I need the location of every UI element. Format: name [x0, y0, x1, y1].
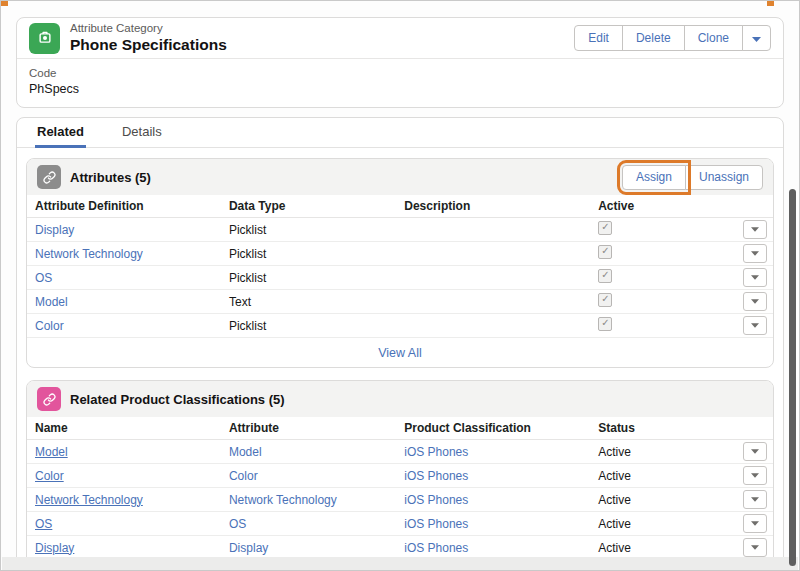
status-value: Active: [598, 469, 631, 483]
status-value: Active: [598, 445, 631, 459]
classification-name-link[interactable]: Model: [35, 445, 68, 459]
row-actions-menu-button[interactable]: [743, 514, 767, 533]
product-classification-link[interactable]: iOS Phones: [404, 541, 468, 555]
table-row: Network Technology Picklist: [27, 242, 773, 266]
product-classification-link[interactable]: iOS Phones: [404, 493, 468, 507]
attribute-definition-link[interactable]: OS: [35, 271, 52, 285]
active-checkbox: [598, 293, 612, 307]
column-header: Description: [396, 195, 590, 218]
table-row: OS Picklist: [27, 266, 773, 290]
data-type-value: Picklist: [229, 223, 266, 237]
column-header: Attribute Definition: [27, 195, 221, 218]
active-checkbox: [598, 245, 612, 259]
annotation-corner-mark: [767, 1, 774, 6]
column-header: Attribute: [221, 417, 396, 440]
attributes-table: Attribute Definition Data Type Descripti…: [27, 195, 773, 338]
page-title: Phone Specifications: [70, 36, 227, 54]
annotation-corner-mark: [1, 1, 8, 6]
classification-name-link[interactable]: Display: [35, 541, 74, 555]
classification-name-link[interactable]: OS: [35, 517, 52, 531]
row-actions-menu-button[interactable]: [743, 442, 767, 461]
attribute-link[interactable]: OS: [229, 517, 246, 531]
table-row: Network Technology Network Technology iO…: [27, 488, 773, 512]
row-actions-menu-button[interactable]: [743, 466, 767, 485]
table-row: Display Display iOS Phones Active: [27, 536, 773, 560]
record-header-card: Attribute Category Phone Specifications …: [16, 17, 784, 108]
attribute-definition-link[interactable]: Network Technology: [35, 247, 143, 261]
table-row: Model Model iOS Phones Active: [27, 440, 773, 464]
classifications-related-list: Related Product Classifications (5) Name…: [26, 380, 774, 571]
status-value: Active: [598, 517, 631, 531]
record-detail-card: Related Details Attributes (5): [16, 117, 784, 571]
column-header: Active: [590, 195, 721, 218]
column-header: Name: [27, 417, 221, 440]
link-icon: [37, 165, 61, 189]
clone-button[interactable]: Clone: [684, 25, 743, 51]
classifications-table: Name Attribute Product Classification St…: [27, 417, 773, 560]
chevron-down-icon: [752, 31, 761, 45]
column-header: Product Classification: [396, 417, 590, 440]
data-type-value: Picklist: [229, 271, 266, 285]
data-type-value: Text: [229, 295, 251, 309]
attribute-category-icon: [29, 23, 60, 54]
attribute-link[interactable]: Network Technology: [229, 493, 337, 507]
table-row: Color Picklist: [27, 314, 773, 338]
code-field-label: Code: [29, 66, 771, 80]
unassign-button[interactable]: Unassign: [685, 165, 763, 190]
row-actions-menu-button[interactable]: [743, 490, 767, 509]
product-classification-link[interactable]: iOS Phones: [404, 517, 468, 531]
data-type-value: Picklist: [229, 319, 266, 333]
column-header-actions: [721, 195, 773, 218]
code-field-value: PhSpecs: [29, 82, 771, 98]
classification-name-link[interactable]: Network Technology: [35, 493, 143, 507]
assign-button[interactable]: Assign: [622, 165, 686, 190]
table-row: Color Color iOS Phones Active: [27, 464, 773, 488]
edit-button[interactable]: Edit: [574, 25, 623, 51]
product-classification-link[interactable]: iOS Phones: [404, 469, 468, 483]
app-window: Attribute Category Phone Specifications …: [0, 0, 800, 571]
attributes-related-list: Attributes (5) Assign Unassign Attribute…: [26, 158, 774, 368]
data-type-value: Picklist: [229, 247, 266, 261]
active-checkbox: [598, 221, 612, 235]
row-actions-menu-button[interactable]: [743, 244, 767, 263]
related-list-title: Attributes (5): [70, 170, 151, 185]
column-header: Data Type: [221, 195, 396, 218]
attribute-link[interactable]: Model: [229, 445, 262, 459]
tab-strip: Related Details: [17, 118, 783, 148]
vertical-scrollbar[interactable]: [789, 189, 796, 566]
window-background: [2, 557, 798, 570]
entity-label: Attribute Category: [70, 22, 227, 35]
product-classification-link[interactable]: iOS Phones: [404, 445, 468, 459]
table-row: Model Text: [27, 290, 773, 314]
record-page: Attribute Category Phone Specifications …: [1, 1, 799, 571]
record-actions: Edit Delete Clone: [574, 25, 771, 51]
status-value: Active: [598, 541, 631, 555]
active-checkbox: [598, 269, 612, 283]
row-actions-menu-button[interactable]: [743, 268, 767, 287]
classification-name-link[interactable]: Color: [35, 469, 64, 483]
attribute-definition-link[interactable]: Display: [35, 223, 74, 237]
row-actions-menu-button[interactable]: [743, 292, 767, 311]
tab-details[interactable]: Details: [120, 118, 164, 148]
more-actions-button[interactable]: [742, 25, 771, 51]
view-all-link[interactable]: View All: [378, 346, 422, 360]
status-value: Active: [598, 493, 631, 507]
attribute-definition-link[interactable]: Model: [35, 295, 68, 309]
delete-button[interactable]: Delete: [622, 25, 685, 51]
attribute-link[interactable]: Display: [229, 541, 268, 555]
row-actions-menu-button[interactable]: [743, 220, 767, 239]
table-row: Display Picklist: [27, 218, 773, 242]
attribute-definition-link[interactable]: Color: [35, 319, 64, 333]
column-header: Status: [590, 417, 721, 440]
row-actions-menu-button[interactable]: [743, 316, 767, 335]
column-header-actions: [721, 417, 773, 440]
link-icon: [37, 387, 61, 411]
active-checkbox: [598, 317, 612, 331]
tab-related[interactable]: Related: [35, 118, 86, 148]
table-row: OS OS iOS Phones Active: [27, 512, 773, 536]
row-actions-menu-button[interactable]: [743, 538, 767, 557]
related-list-title: Related Product Classifications (5): [70, 392, 285, 407]
attribute-link[interactable]: Color: [229, 469, 258, 483]
